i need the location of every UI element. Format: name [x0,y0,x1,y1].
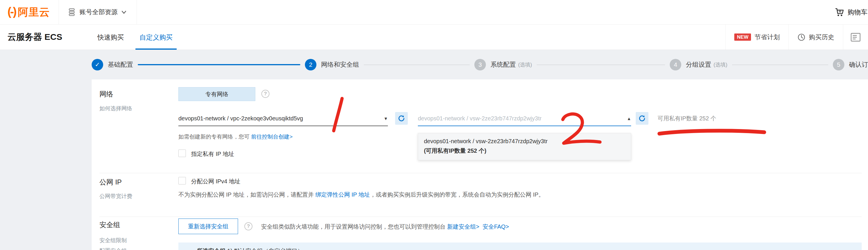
aliyun-logo[interactable]: (-) 阿里云 [7,5,50,19]
section-divider [99,217,862,217]
vswitch-select[interactable]: devops01-network / vsw-2ze23rb747rzdp2wj… [418,111,631,126]
security-group-config-link[interactable]: 配置安全组 [99,247,127,250]
network-section-label: 网络 [99,89,113,99]
page: { "topbar": { "logo_mark": "(-)", "logo_… [0,0,868,250]
assign-public-ip-label: 分配公网 IPv4 地址 [191,177,240,185]
vpc-select[interactable]: devops01-network / vpc-2zekoqe3v0eusqikt… [178,111,388,126]
purchase-history-button[interactable]: 购买历史 [789,25,843,50]
step-connector [732,64,828,65]
dropdown-arrow-up-icon: ▲ [627,116,631,121]
resource-scope-selector[interactable]: 账号全部资源 [59,0,137,25]
purchase-history-label: 购买历史 [809,33,834,41]
vswitch-option[interactable]: devops01-network / vsw-2ze23rb747rzdp2wj… [424,138,625,155]
tab-custom-buy[interactable]: 自定义购买 [140,25,173,50]
public-ip-description: 不为实例分配公网 IP 地址，如需访问公网，请配置并 绑定弹性公网 IP 地址，… [178,191,544,199]
step-3-label: 系统配置 [491,60,516,69]
private-ip-checkbox[interactable] [178,149,186,157]
private-ip-checkbox-label: 指定私有 IP 地址 [191,150,234,158]
resources-icon [69,8,76,17]
step-connector [138,64,300,65]
assign-public-ip-checkbox[interactable] [178,177,186,185]
bandwidth-billing-link[interactable]: 公网带宽计费 [99,193,132,200]
security-group-description: 安全组类似防火墙功能，用于设置网络访问控制，您也可以到管理控制台 新建安全组> … [261,223,509,231]
resource-scope-label: 账号全部资源 [80,8,118,17]
step-connector [536,64,665,65]
order-list-button[interactable] [843,25,868,50]
product-nav-bar: 云服务器 ECS 快速购买 自定义购买 NEW 节省计划 购买历史 [0,25,868,50]
step-5-label: 确认订单 [849,60,868,69]
step-1-label: 基础配置 [108,60,133,69]
aliyun-logo-mark: (-) [7,5,16,18]
savings-plan-button[interactable]: NEW 节省计划 [726,25,788,50]
step-5-circle: 5 [833,59,844,71]
security-faq-link[interactable]: 安全FAQ> [483,223,509,230]
vswitch-select-placeholder: devops01-network / vsw-2ze23rb747rzdp2wj… [418,115,541,122]
network-help-icon[interactable]: ? [261,90,270,98]
reselect-security-group-button[interactable]: 重新选择安全组 [178,219,238,234]
savings-plan-label: 节省计划 [754,33,780,41]
list-icon [851,33,861,41]
security-group-help-icon[interactable]: ? [244,222,252,230]
public-ip-section-label: 公网 IP [99,177,122,187]
vpc-refresh-button[interactable] [395,112,408,125]
aliyun-logo-name: 阿里云 [18,5,50,19]
vpc-type-button[interactable]: 专有网络 [178,87,255,101]
purchase-steps-bar: ✓ 基础配置 2 网络和安全组 3 系统配置 (选填) 4 分组设置 (选填) … [0,50,868,79]
security-group-section-label: 安全组 [99,220,120,229]
security-desc-prefix: 安全组类似防火墙功能，用于设置网络访问控制，您也可以到管理控制台 [261,223,447,230]
step-2-circle: 2 [305,59,316,71]
selected-security-group-value: 1) 默认安全组（自定义端口） [226,248,303,250]
shopping-cart-button[interactable]: 购物车 [834,7,868,17]
vswitch-option-ip-count: (可用私有IP数量 252 个) [424,147,625,155]
step-2-label: 网络和安全组 [321,60,359,69]
new-security-group-link[interactable]: 新建安全组> [447,223,479,230]
public-ip-desc-suffix: ，或者购买实例后升级实例的带宽，系统会自动为实例分配公网 IP。 [370,191,544,198]
step-4-optional: (选填) [714,61,727,68]
nav-right-actions: NEW 节省计划 购买历史 [725,25,868,50]
network-help-link[interactable]: 如何选择网络 [99,105,132,112]
step-1-circle: ✓ [92,59,103,71]
tab-quick-buy[interactable]: 快速购买 [97,25,124,50]
create-vpc-link[interactable]: 前往控制台创建> [251,134,292,140]
public-ip-desc-prefix: 不为实例分配公网 IP 地址，如需访问公网，请配置并 [178,191,315,198]
bind-eip-link[interactable]: 绑定弹性公网 IP 地址 [315,191,370,198]
chevron-down-icon [121,10,127,14]
network-config-card: 网络 如何选择网络 专有网络 ? devops01-network / vpc-… [92,79,868,250]
available-ip-count: 可用私有IP数量 252 个 [658,115,716,122]
security-group-limit-link[interactable]: 安全组限制 [99,237,127,244]
page-title: 云服务器 ECS [7,31,62,43]
cart-icon [834,7,845,17]
vswitch-refresh-button[interactable] [636,112,648,125]
selected-security-group-box: 所选安全组 1) 默认安全组（自定义端口） [178,243,862,250]
vpc-select-value: devops01-network / vpc-2zekoqe3v0eusqikt… [178,115,303,122]
create-vpc-hint-text: 如需创建新的专有网络，您可 [178,134,251,140]
vswitch-dropdown-panel: devops01-network / vsw-2ze23rb747rzdp2wj… [418,133,631,160]
clock-icon [797,33,805,41]
step-3-circle: 3 [474,59,486,71]
dropdown-arrow-icon: ▼ [383,116,388,121]
step-connector [364,64,470,65]
top-header-bar: (-) 阿里云 账号全部资源 购物车 [0,0,868,25]
cart-label: 购物车 [847,8,867,17]
refresh-icon [638,115,646,122]
step-3-optional: (选填) [518,61,532,68]
new-badge: NEW [734,33,751,41]
check-icon: ✓ [95,61,100,68]
step-4-circle: 4 [670,59,681,71]
create-vpc-hint: 如需创建新的专有网络，您可 前往控制台创建> [178,133,292,141]
step-4-label: 分组设置 [686,60,711,69]
vswitch-option-name: devops01-network / vsw-2ze23rb747rzdp2wj… [424,138,625,145]
selected-security-group-label: 所选安全组 [197,248,226,250]
refresh-icon [398,115,405,122]
